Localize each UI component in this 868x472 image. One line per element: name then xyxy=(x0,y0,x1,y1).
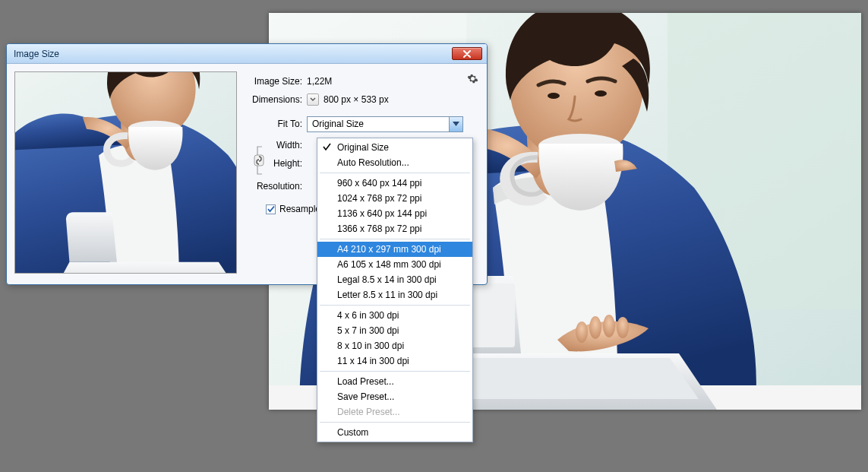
close-button[interactable] xyxy=(452,47,482,60)
fit-to-option[interactable]: A6 105 x 148 mm 300 dpi xyxy=(317,257,472,272)
link-width-height[interactable] xyxy=(251,143,267,178)
svg-point-7 xyxy=(576,322,588,343)
svg-point-9 xyxy=(603,315,615,337)
image-size-label: Image Size: xyxy=(245,76,307,87)
dimensions-units-button[interactable] xyxy=(307,93,319,106)
svg-point-4 xyxy=(548,93,560,99)
menu-separator xyxy=(320,371,470,372)
fit-to-option[interactable]: Load Preset... xyxy=(317,374,472,389)
chevron-down-icon xyxy=(453,122,459,126)
check-icon xyxy=(323,143,331,151)
menu-separator xyxy=(320,239,470,239)
menu-separator xyxy=(320,173,470,173)
svg-point-10 xyxy=(617,317,629,338)
fit-to-option-label: Save Preset... xyxy=(337,391,394,402)
fit-to-option[interactable]: 1024 x 768 px 72 ppi xyxy=(317,191,472,206)
fit-to-dropdown[interactable]: Original SizeAuto Resolution...960 x 640… xyxy=(317,138,473,442)
fit-to-option[interactable]: 1366 x 768 px 72 ppi xyxy=(317,221,472,236)
dimensions-label: Dimensions: xyxy=(245,94,307,105)
fit-to-option-label: 8 x 10 in 300 dpi xyxy=(337,341,404,351)
fit-to-combo-button[interactable] xyxy=(449,117,462,131)
fit-to-value: Original Size xyxy=(308,119,449,129)
link-icon xyxy=(251,144,267,177)
resolution-label: Resolution: xyxy=(245,181,307,192)
fit-to-combo[interactable]: Original Size xyxy=(307,116,463,132)
fit-to-option[interactable]: Original Size xyxy=(317,140,472,155)
check-icon xyxy=(267,205,275,213)
fit-to-option-label: Original Size xyxy=(337,142,389,153)
image-size-value: 1,22M xyxy=(307,76,332,87)
fit-to-option[interactable]: Save Preset... xyxy=(317,389,472,404)
svg-point-5 xyxy=(595,90,607,97)
svg-point-8 xyxy=(589,316,601,339)
fit-to-option-label: Letter 8.5 x 11 in 300 dpi xyxy=(337,290,437,300)
menu-separator xyxy=(320,422,470,423)
fit-to-option[interactable]: 5 x 7 in 300 dpi xyxy=(317,323,472,338)
fit-to-option-label: Delete Preset... xyxy=(337,407,400,417)
gear-icon xyxy=(467,73,478,84)
dimensions-value: 800 px × 533 px xyxy=(324,94,389,105)
fit-to-option-label: 5 x 7 in 300 dpi xyxy=(337,325,399,336)
fit-to-label: Fit To: xyxy=(245,119,307,129)
fit-to-option[interactable]: 960 x 640 px 144 ppi xyxy=(317,176,472,191)
dialog-titlebar[interactable]: Image Size xyxy=(7,44,487,64)
fit-to-option-label: A4 210 x 297 mm 300 dpi xyxy=(337,244,441,255)
fit-to-option[interactable]: 4 x 6 in 300 dpi xyxy=(317,308,472,323)
fit-to-option-label: Load Preset... xyxy=(337,376,394,387)
fit-to-option[interactable]: Custom xyxy=(317,425,472,440)
fit-to-option[interactable]: A4 210 x 297 mm 300 dpi xyxy=(317,242,472,257)
fit-to-option[interactable]: Auto Resolution... xyxy=(317,155,472,170)
chevron-down-icon xyxy=(310,97,316,102)
fit-to-option-label: 1136 x 640 px 144 ppi xyxy=(337,208,427,219)
fit-to-option-label: 4 x 6 in 300 dpi xyxy=(337,310,399,321)
fit-to-option-label: Legal 8.5 x 14 in 300 dpi xyxy=(337,274,437,285)
menu-separator xyxy=(320,305,470,306)
fit-to-option-label: 960 x 640 px 144 ppi xyxy=(337,178,421,188)
fit-to-option[interactable]: 1136 x 640 px 144 ppi xyxy=(317,206,472,221)
fit-to-option[interactable]: Letter 8.5 x 11 in 300 dpi xyxy=(317,287,472,303)
dialog-title: Image Size xyxy=(14,49,452,59)
fit-to-option-label: A6 105 x 148 mm 300 dpi xyxy=(337,259,441,270)
settings-gear-button[interactable] xyxy=(466,71,479,85)
fit-to-option-label: 1024 x 768 px 72 ppi xyxy=(337,193,421,204)
fit-to-option[interactable]: Legal 8.5 x 14 in 300 dpi xyxy=(317,272,472,287)
resample-checkbox[interactable] xyxy=(266,204,276,214)
fit-to-option-label: Auto Resolution... xyxy=(337,157,409,168)
fit-to-option: Delete Preset... xyxy=(317,404,472,420)
fit-to-option[interactable]: 8 x 10 in 300 dpi xyxy=(317,338,472,353)
preview-thumbnail xyxy=(14,71,237,274)
close-icon xyxy=(462,50,472,58)
fit-to-option-label: Custom xyxy=(337,427,368,438)
fit-to-option-label: 11 x 14 in 300 dpi xyxy=(337,356,409,366)
fit-to-option-label: 1366 x 768 px 72 ppi xyxy=(337,223,421,234)
fit-to-option[interactable]: 11 x 14 in 300 dpi xyxy=(317,353,472,369)
